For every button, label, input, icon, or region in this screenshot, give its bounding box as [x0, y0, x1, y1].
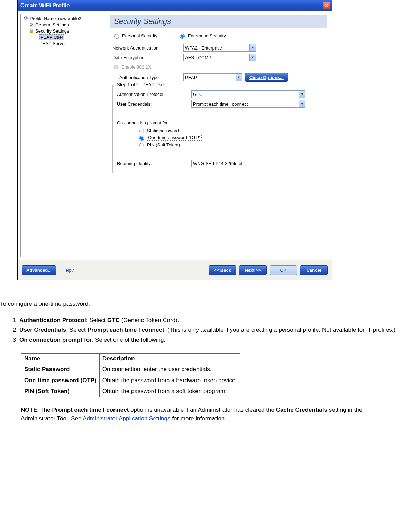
chevron-down-icon[interactable]: ▼: [236, 74, 242, 81]
main-panel: Security Settings Personal Security Ente…: [109, 14, 329, 257]
chevron-down-icon[interactable]: ▼: [249, 44, 256, 51]
tree-label: Profile Name: newprofile2: [30, 16, 81, 21]
back-button[interactable]: << Back: [209, 265, 236, 275]
tree-item-peap-server[interactable]: PEAP Server: [22, 41, 107, 46]
button-bar: Advanced... Help? << Back Next >> OK Can…: [18, 260, 332, 280]
fieldset-legend: Step 1 of 2 : PEAP User: [116, 82, 166, 87]
select-user-credentials[interactable]: Prompt each time I connect ▼: [191, 100, 305, 108]
label-data-encryption: Data Encryption:: [112, 55, 183, 60]
chevron-down-icon[interactable]: ▼: [299, 100, 305, 107]
globe-icon: [23, 16, 28, 21]
tree-item-general[interactable]: ⚙ General Settings: [22, 21, 107, 28]
td-name: One-time password (OTP): [21, 375, 99, 386]
ok-button[interactable]: OK: [270, 265, 297, 275]
radio-otp[interactable]: One-time password (OTP): [138, 134, 322, 141]
lock-icon: 🔒: [28, 28, 34, 34]
tree-label: Security Settings: [35, 28, 69, 34]
select-value: Prompt each time I connect: [192, 101, 299, 107]
window-title: Create WiFi Profile: [20, 2, 70, 9]
radio-static-password[interactable]: Static password: [138, 127, 322, 134]
select-network-auth[interactable]: WPA2 - Enterprise ▼: [183, 44, 256, 52]
label-roaming-identity: Roaming Identity:: [117, 161, 191, 166]
gear-icon: ⚙: [28, 22, 34, 27]
doc-step-1: Authentication Protocol: Select GTC (Gen…: [19, 316, 412, 325]
next-button[interactable]: Next >>: [239, 265, 267, 275]
th-description: Description: [99, 353, 240, 364]
select-value: AES - CCMP: [184, 55, 249, 60]
label-auth-protocol: Authentication Protocol:: [117, 92, 191, 97]
cancel-button[interactable]: Cancel: [300, 265, 328, 275]
tree-label: PEAP User: [39, 34, 64, 40]
titlebar: Create WiFi Profile ✕: [18, 0, 332, 11]
input-roaming-identity[interactable]: [191, 160, 305, 167]
select-auth-type[interactable]: PEAP ▼: [183, 73, 242, 81]
checkbox-label: Enable 802.1X: [121, 64, 151, 70]
advanced-button[interactable]: Advanced...: [22, 265, 56, 275]
select-auth-protocol[interactable]: GTC ▼: [191, 90, 305, 98]
chevron-down-icon[interactable]: ▼: [249, 54, 256, 61]
select-value: GTC: [192, 92, 299, 97]
admin-app-settings-link[interactable]: Administrator Application Settings: [83, 415, 170, 422]
doc-intro: To configure a one-time password:: [0, 300, 412, 308]
td-name: PIN (Soft Token): [21, 386, 99, 397]
checkbox-enable-8021x: Enable 802.1X: [110, 62, 327, 72]
select-value: WPA2 - Enterprise: [184, 45, 249, 51]
options-table: Name Description Static Password On conn…: [21, 353, 240, 398]
radio-enterprise-security[interactable]: Enterprise Security: [178, 33, 226, 39]
label-auth-type: Authentication Type:: [119, 75, 183, 80]
help-link[interactable]: Help?: [62, 268, 74, 273]
td-desc: Obtain the password from a soft token pr…: [99, 386, 240, 397]
label-network-auth: Network Authentication:: [112, 45, 183, 51]
label-user-credentials: User Credentials:: [117, 101, 191, 107]
doc-step-2: User Credentials: Select Prompt each tim…: [19, 326, 412, 334]
section-title: Security Settings: [110, 15, 327, 28]
doc-step-3: On connection prompt for: Select one of …: [19, 336, 412, 344]
tree-root[interactable]: Profile Name: newprofile2: [22, 15, 107, 21]
doc-note: NOTE: The Prompt each time I connect opt…: [21, 406, 374, 423]
label-prompt-for: On connection prompt for:: [117, 120, 191, 125]
radio-label: One-time password (OTP): [147, 135, 202, 141]
td-desc: On connection, enter the user credential…: [99, 364, 240, 375]
radio-label: Static password: [147, 128, 179, 133]
radio-label: PIN (Soft Token): [147, 142, 180, 147]
tree-label: General Settings: [35, 22, 69, 27]
fieldset-peap-user: Step 1 of 2 : PEAP User Authentication P…: [112, 85, 326, 173]
radio-pin-soft-token[interactable]: PIN (Soft Token): [138, 141, 322, 148]
table-row: One-time password (OTP) Obtain the passw…: [21, 375, 240, 386]
table-row: Static Password On connection, enter the…: [21, 364, 240, 375]
tree-item-security[interactable]: 🔒 Security Settings: [22, 28, 107, 34]
select-data-encryption[interactable]: AES - CCMP ▼: [183, 54, 256, 61]
wifi-profile-dialog: Create WiFi Profile ✕ Profile Name: newp…: [17, 0, 332, 280]
table-header-row: Name Description: [21, 353, 240, 364]
doc-section: To configure a one-time password: Authen…: [0, 280, 415, 423]
td-name: Static Password: [21, 364, 99, 375]
tree-item-peap-user[interactable]: PEAP User: [22, 34, 107, 41]
close-icon[interactable]: ✕: [323, 2, 330, 9]
cisco-options-button[interactable]: Cisco Options...: [245, 73, 288, 82]
td-desc: Obtain the password from a hardware toke…: [99, 375, 240, 386]
profile-tree: Profile Name: newprofile2 ⚙ General Sett…: [20, 14, 107, 257]
chevron-down-icon[interactable]: ▼: [299, 91, 305, 98]
th-name: Name: [21, 353, 99, 364]
table-row: PIN (Soft Token) Obtain the password fro…: [21, 386, 240, 397]
tree-label: PEAP Server: [39, 41, 66, 46]
radio-personal-security[interactable]: Personal Security: [112, 33, 157, 39]
select-value: PEAP: [184, 75, 236, 80]
